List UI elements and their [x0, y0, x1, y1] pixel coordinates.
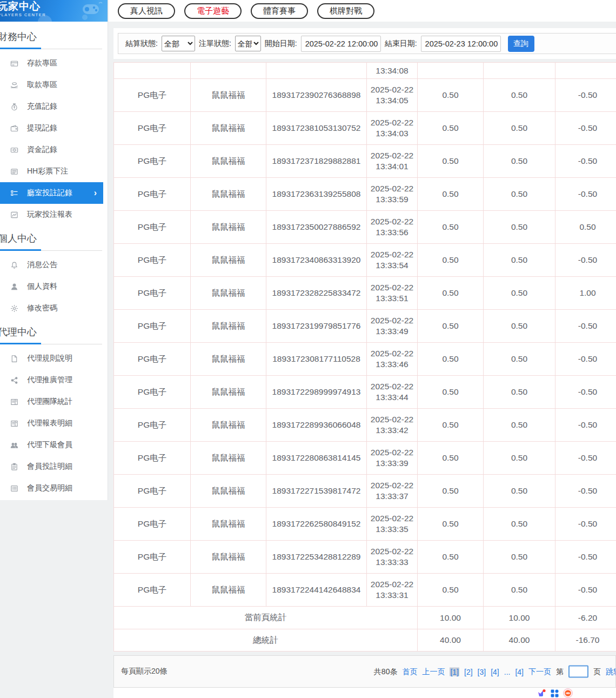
- sidebar-item-player-bet-report[interactable]: 玩家投注報表: [0, 204, 108, 225]
- sidebar-item-deposit[interactable]: 存款專區: [0, 52, 108, 74]
- sidebar-item-change-password[interactable]: 修改密碼: [0, 297, 108, 319]
- pager-page-last[interactable]: [4]: [515, 667, 524, 676]
- table-row: PG电子鼠鼠福福18931722534288122892025-02-2213:…: [114, 541, 616, 574]
- start-date-input[interactable]: [301, 36, 381, 52]
- blue-grid-icon[interactable]: [551, 689, 559, 697]
- win-loss-cell: [555, 63, 616, 79]
- sidebar-item-hh-lottery-bets[interactable]: HH彩票下注: [0, 161, 108, 182]
- section-items: 消息公告個人資料修改密碼: [0, 254, 108, 319]
- game-cell: 鼠鼠福福: [191, 310, 266, 343]
- sidebar-item-funds-records[interactable]: 資金記錄: [0, 139, 108, 161]
- pager-next[interactable]: 下一页: [528, 667, 551, 676]
- bet-amount-cell: 0.50: [418, 376, 484, 409]
- settle-status-label: 結算狀態:: [125, 39, 158, 49]
- win-loss-cell: -0.50: [555, 178, 616, 211]
- valid-bet-cell: 0.50: [484, 343, 555, 376]
- time-cell: 2025-02-2213:34:01: [367, 145, 418, 178]
- section-items: 存款專區取款專區充值記錄提現記錄資金記錄HH彩票下注廳室投註記錄›玩家投注報表: [0, 52, 108, 225]
- sidebar-item-agent-sub-members[interactable]: 代理下級會員: [0, 434, 108, 456]
- summary-valid-cell: 40.00: [484, 629, 555, 652]
- valid-bet-cell: [484, 63, 555, 79]
- table-row: PG电子鼠鼠福福18931723199798517762025-02-2213:…: [114, 310, 616, 343]
- win-loss-cell: -0.50: [555, 112, 616, 145]
- tab-electronic-games[interactable]: 電子遊藝: [184, 3, 242, 19]
- tab-board-games[interactable]: 棋牌對戰: [317, 3, 374, 19]
- jump-page-input[interactable]: [568, 666, 588, 678]
- win-loss-cell: -0.50: [555, 409, 616, 442]
- bet-id-cell: 1893172244142648834: [266, 574, 367, 607]
- tab-sports[interactable]: 體育賽事: [251, 3, 308, 19]
- time-cell: 2025-02-2213:33:46: [367, 343, 418, 376]
- pager-page-1[interactable]: [1]: [450, 667, 459, 676]
- sidebar-item-profile[interactable]: 個人資料: [0, 276, 108, 297]
- game-cell: [191, 63, 266, 79]
- valid-bet-cell: 0.50: [484, 112, 555, 145]
- valid-bet-cell: 0.50: [484, 376, 555, 409]
- tab-live-video[interactable]: 真人視訊: [118, 3, 175, 19]
- table-row: PG电子鼠鼠福福18931723810531307522025-02-2213:…: [114, 112, 616, 145]
- order-status-select[interactable]: 全部: [235, 36, 261, 51]
- sidebar: 玩家中心 PLAYERS CENTER 財務中心存款專區取款專區充值記錄提現記錄…: [0, 0, 108, 500]
- table-row: PG电子鼠鼠福福18931723081771105282025-02-2213:…: [114, 343, 616, 376]
- bet-id-cell: 1893172363139255808: [266, 178, 367, 211]
- sidebar-item-label: 代理團隊統計: [27, 397, 72, 407]
- sidebar-item-room-bet-records[interactable]: 廳室投註記錄›: [0, 182, 103, 204]
- sidebar-item-label: 代理推廣管理: [27, 375, 72, 385]
- pager-page-3[interactable]: [3]: [478, 667, 486, 676]
- jump-button[interactable]: 跳转: [606, 667, 616, 676]
- sidebar-item-withdrawal-records[interactable]: 提現記錄: [0, 117, 108, 139]
- time-cell: 2025-02-2213:33:54: [367, 244, 418, 277]
- table-row: PG电子鼠鼠福福18931723282258334722025-02-2213:…: [114, 277, 616, 310]
- pager-first[interactable]: 首页: [402, 667, 417, 676]
- end-date-input[interactable]: [421, 36, 501, 52]
- pager-prev[interactable]: 上一页: [422, 667, 445, 676]
- search-button[interactable]: 查詢: [508, 36, 534, 52]
- sidebar-item-recharge-records[interactable]: 充值記錄: [0, 96, 108, 117]
- bet-id-cell: 1893172328225833472: [266, 277, 367, 310]
- game-cell: 鼠鼠福福: [191, 409, 266, 442]
- table-row: PG电子鼠鼠福福18931723902763688982025-02-2213:…: [114, 79, 616, 112]
- valid-bet-cell: 0.50: [484, 442, 555, 475]
- time-cell: 2025-02-2213:33:37: [367, 475, 418, 508]
- game-cell: 鼠鼠福福: [191, 343, 266, 376]
- summary-bet-cell: 40.00: [418, 629, 484, 652]
- bottom-strip: [113, 688, 616, 698]
- win-loss-cell: -0.50: [555, 310, 616, 343]
- valid-bet-cell: 0.50: [484, 508, 555, 541]
- platform-cell: [114, 63, 191, 79]
- sidebar-item-withdraw[interactable]: 取款專區: [0, 74, 108, 96]
- table-row: PG电子鼠鼠福福18931722808638141452025-02-2213:…: [114, 442, 616, 475]
- bet-id-cell: 1893172262580849152: [266, 508, 367, 541]
- section-heading: 代理中心: [0, 325, 108, 338]
- moneybag-icon: [10, 102, 18, 111]
- sidebar-item-agent-report-detail[interactable]: 代理報表明細: [0, 413, 108, 434]
- pager-page-4[interactable]: [4]: [491, 667, 499, 676]
- jump-suffix: 页: [593, 667, 601, 676]
- gradient-paw-icon[interactable]: [537, 689, 546, 698]
- pager-page-2[interactable]: [2]: [464, 667, 473, 676]
- sidebar-item-agent-rules[interactable]: 代理規則說明: [0, 348, 108, 369]
- sidebar-item-member-transaction-detail[interactable]: 會員交易明細: [0, 477, 108, 499]
- time-cell: 2025-02-2213:33:49: [367, 310, 418, 343]
- sidebar-item-member-bet-detail[interactable]: 會員投註明細: [0, 456, 108, 477]
- table-row: PG电子鼠鼠福福18931722715398174722025-02-2213:…: [114, 475, 616, 508]
- sidebar-item-agent-team-stats[interactable]: 代理團隊統計: [0, 391, 108, 413]
- bet-id-cell: 1893172371829882881: [266, 145, 367, 178]
- settle-status-select[interactable]: 全部: [162, 36, 195, 51]
- valid-bet-cell: 0.50: [484, 409, 555, 442]
- sidebar-item-label: 資金記錄: [27, 145, 57, 155]
- platform-cell: PG电子: [114, 409, 191, 442]
- sidebar-item-agent-promotion[interactable]: 代理推廣管理: [0, 369, 108, 391]
- sidebar-item-label: 充值記錄: [27, 102, 57, 111]
- bet-id-cell: 1893172381053130752: [266, 112, 367, 145]
- bet-amount-cell: 0.50: [418, 112, 484, 145]
- platform-cell: PG电子: [114, 376, 191, 409]
- sidebar-item-announcements[interactable]: 消息公告: [0, 254, 108, 276]
- time-cell: 2025-02-2213:33:51: [367, 277, 418, 310]
- bet-amount-cell: [418, 63, 484, 79]
- start-date-label: 開始日期:: [265, 39, 297, 49]
- game-cell: 鼠鼠福福: [191, 178, 266, 211]
- game-cell: 鼠鼠福福: [191, 574, 266, 607]
- valid-bet-cell: 0.50: [484, 541, 555, 574]
- robot-icon[interactable]: [563, 688, 573, 698]
